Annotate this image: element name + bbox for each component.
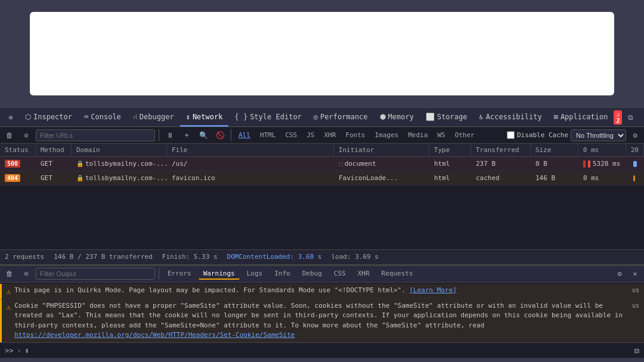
console-tab-info[interactable]: Info [270,268,295,280]
filter-fonts[interactable]: Fonts [342,130,369,140]
col-header-transferred[interactable]: Transferred [471,144,531,156]
domain-cell: 🔒 tollsbymailny.com-... [72,171,167,185]
samesite-link[interactable]: https://developer.mozilla.org/docs/Web/H… [14,331,295,339]
status-badge-500: 500 [5,160,20,168]
file-cell: /us/ [167,157,334,171]
search-button[interactable]: 🔍 [196,128,210,143]
console-tab-requests[interactable]: Requests [377,268,418,280]
console-split-button[interactable]: ⊟ [634,346,639,355]
pause-recording-button[interactable]: ⏸ [163,128,177,143]
filter-all[interactable]: All [235,130,254,140]
load-time: load: 3.69 s [331,253,378,261]
console-messages: ⚠ This page is in Quirks Mode. Page layo… [0,283,644,343]
warning-icon: ⚠ [7,302,11,313]
col-header-type[interactable]: Type [429,144,471,156]
devtools-pick-icon[interactable]: ⊕ [2,109,19,126]
transferred-cell: 237 B [471,157,531,171]
tab-storage[interactable]: ⬜ Storage [420,108,473,126]
devtools-panel: ⊕ ⬡ Inspector ⌨ Console ⑁ Debugger ↕ Net… [0,107,644,358]
col-header-method[interactable]: Method [36,144,72,156]
tab-application[interactable]: ⊞ Application [548,108,614,126]
console-tab-css[interactable]: CSS [329,268,351,280]
network-table-header: Status Method Domain File Initiator Type… [0,144,644,157]
throttle-select[interactable]: No Throttling [571,129,626,141]
expand-icon[interactable]: >> [5,346,13,355]
type-cell: html [429,171,471,185]
filter-console-button[interactable]: ⊘ [19,267,33,281]
filter-images[interactable]: Images [371,130,402,140]
tab-performance[interactable]: ◎ Performance [308,108,374,126]
filter-network-button[interactable]: ⊘ [19,128,33,143]
method-cell: GET [36,171,72,185]
responsive-design-button[interactable]: ⧉ [622,109,639,126]
network-settings-button[interactable]: ⚙ [628,129,642,142]
browser-preview [30,12,614,95]
message-text: This page is in Quirks Mode. Page layout… [14,286,624,296]
console-toolbar: 🗑 ⊘ Errors Warnings Logs Info Debug CSS … [0,266,644,283]
style-editor-icon: { } [234,113,247,121]
disable-cache-label[interactable]: Disable Cache [507,131,568,139]
col-header-waterfall[interactable]: 20 [626,144,644,156]
filter-urls-input[interactable] [36,129,155,141]
time-cell: 5328 ms [578,157,626,171]
tab-memory[interactable]: ⬢ Memory [374,108,420,126]
tab-style-editor[interactable]: { } Style Editor [228,108,307,126]
console-tab-logs[interactable]: Logs [242,268,268,280]
initiator-cell: ⬚ document [334,157,429,171]
clear-network-button[interactable]: 🗑 [2,128,17,143]
tab-inspector[interactable]: ⬡ Inspector [19,108,78,126]
col-header-size[interactable]: Size [531,144,578,156]
filter-css[interactable]: CSS [281,130,301,140]
dom-content-loaded: DOMContentLoaded: 3.68 s [227,253,322,261]
tab-accessibility[interactable]: ♿ Accessibility [473,108,548,126]
tab-network[interactable]: ↕ Network [180,108,229,126]
filter-xhr[interactable]: XHR [321,130,340,140]
console-toolbar-sep [159,268,159,280]
devtools-tab-bar: ⊕ ⬡ Inspector ⌨ Console ⑁ Debugger ↕ Net… [0,108,644,127]
requests-count: 2 requests [5,253,44,261]
console-tab-errors[interactable]: Errors [163,268,196,280]
waterfall-cell [626,157,644,171]
console-close-button[interactable]: ✕ [628,267,642,280]
status-cell: 500 [0,157,36,171]
console-tab-debug[interactable]: Debug [298,268,327,280]
tab-debugger[interactable]: ⑁ Debugger [127,108,180,126]
filter-other[interactable]: Other [451,130,478,140]
message-source: us [632,286,639,295]
chevron-icon: › [17,346,21,355]
network-summary: 2 requests 146 B / 237 B transferred Fin… [0,249,644,265]
learn-more-link[interactable]: [Learn More] [410,286,457,294]
filter-ws[interactable]: WS [434,130,448,140]
block-button[interactable]: 🚫 [213,128,227,143]
more-options-button[interactable]: … [639,109,644,126]
col-header-domain[interactable]: Domain [72,144,167,156]
add-bookmark-button[interactable]: + [179,128,194,143]
waterfall-cell [626,171,644,185]
col-header-initiator[interactable]: Initiator [334,144,429,156]
clear-console-button[interactable]: 🗑 [2,267,17,281]
console-settings-button[interactable]: ⚙ [613,267,626,280]
lock-icon: 🔒 [76,160,83,167]
domain-cell: 🔒 tollsbymailny.com-... [72,157,167,171]
console-tab-xhr[interactable]: XHR [353,268,374,280]
tab-console[interactable]: ⌨ Console [78,108,127,126]
console-input-row: >> › ▮ ⊟ [0,342,644,358]
col-header-time[interactable]: 0 ms [578,144,626,156]
filter-media[interactable]: Media [404,130,431,140]
finish-time: Finish: 5.33 s [162,253,218,261]
table-row[interactable]: 500 GET 🔒 tollsbymailny.com-... /us/ ⬚ d… [0,157,644,171]
filter-html[interactable]: HTML [256,130,280,140]
console-tab-warnings[interactable]: Warnings [199,268,240,280]
error-badge: ⚠ 2 [614,110,622,125]
disable-cache-checkbox[interactable] [507,131,515,139]
memory-icon: ⬢ [380,113,386,121]
size-cell: 0 B [531,157,578,171]
table-row[interactable]: 404 GET 🔒 tollsbymailny.com-... favicon.… [0,171,644,185]
filter-output-input[interactable] [36,268,155,280]
col-header-file[interactable]: File [167,144,334,156]
message-text: Cookie "PHPSESSID" does not have a prope… [14,301,624,341]
filter-js[interactable]: JS [303,130,318,140]
console-message: ⚠ Cookie "PHPSESSID" does not have a pro… [0,299,644,343]
cursor-icon: ▮ [25,346,29,354]
col-header-status[interactable]: Status [0,144,36,156]
